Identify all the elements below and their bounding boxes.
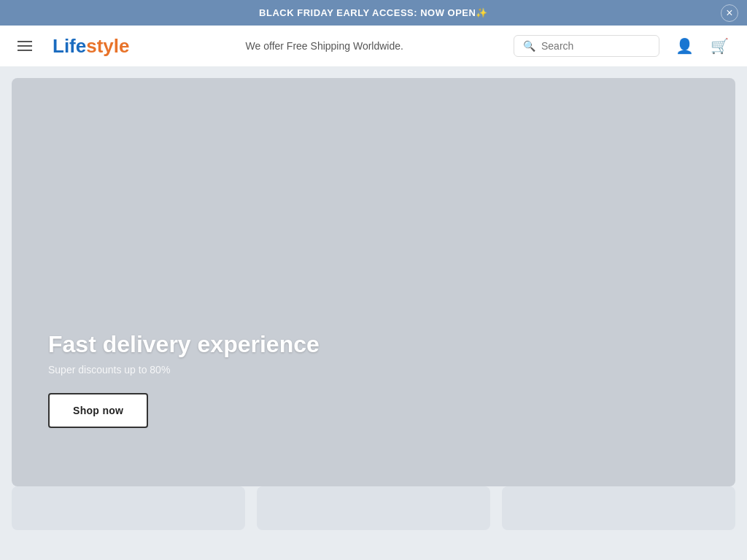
search-icon: 🔍 bbox=[523, 40, 535, 52]
announcement-banner: BLACK FRIDAY EARLY ACCESS: NOW OPEN✨ × bbox=[0, 0, 747, 26]
account-icon: 👤 bbox=[676, 37, 694, 55]
account-button[interactable]: 👤 bbox=[668, 30, 700, 62]
logo[interactable]: Lifestyle bbox=[47, 35, 136, 58]
hero-banner: Fast delivery experience Super discounts… bbox=[12, 78, 735, 486]
hamburger-line bbox=[18, 45, 32, 47]
header-actions: 👤 🛒 bbox=[668, 30, 735, 62]
cart-icon: 🛒 bbox=[711, 37, 729, 55]
hamburger-line bbox=[18, 50, 32, 51]
announcement-text: BLACK FRIDAY EARLY ACCESS: NOW OPEN✨ bbox=[259, 7, 488, 18]
close-banner-button[interactable]: × bbox=[721, 4, 738, 22]
menu-button[interactable] bbox=[12, 35, 38, 57]
product-image-1 bbox=[12, 486, 245, 530]
shipping-tagline: We offer Free Shipping Worldwide. bbox=[144, 40, 506, 52]
product-preview-1[interactable] bbox=[12, 486, 245, 530]
hero-subtitle: Super discounts up to 80% bbox=[48, 364, 320, 376]
hero-title: Fast delivery experience bbox=[48, 331, 320, 358]
header: Lifestyle We offer Free Shipping Worldwi… bbox=[0, 26, 747, 66]
logo-life-text: Life bbox=[53, 35, 86, 57]
search-input[interactable] bbox=[541, 40, 650, 52]
product-preview-3[interactable] bbox=[502, 486, 735, 530]
shop-now-button[interactable]: Shop now bbox=[48, 393, 148, 428]
product-image-2 bbox=[257, 486, 490, 530]
main-content: Fast delivery experience Super discounts… bbox=[0, 66, 747, 542]
product-image-3 bbox=[502, 486, 735, 530]
product-preview-row bbox=[12, 486, 735, 530]
search-box[interactable]: 🔍 bbox=[514, 35, 659, 57]
product-preview-2[interactable] bbox=[257, 486, 490, 530]
cart-button[interactable]: 🛒 bbox=[703, 30, 735, 62]
hero-text-block: Fast delivery experience Super discounts… bbox=[48, 331, 320, 428]
logo-style-text: style bbox=[86, 35, 129, 57]
hamburger-line bbox=[18, 41, 32, 42]
